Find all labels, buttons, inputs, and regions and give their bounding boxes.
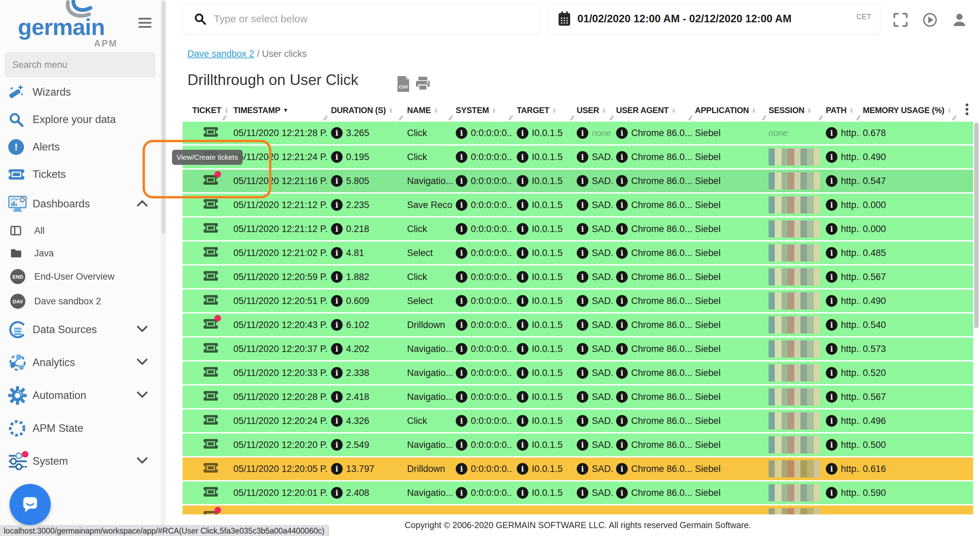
info-icon[interactable]: i bbox=[456, 127, 468, 139]
sidebar-item-dave-sandbox-2[interactable]: DAVDave sandbox 2 bbox=[0, 290, 161, 313]
table-row[interactable]: 05/11/2020 12:20:20 P...i2.549Navigatio.… bbox=[183, 434, 973, 456]
table-row[interactable]: 05/11/2020 12:20:43 P...i6.102Drilldowni… bbox=[183, 313, 973, 336]
info-icon[interactable]: i bbox=[826, 439, 837, 451]
table-row[interactable]: 05/11/2020 12:20:37 P...i4.202Navigatio.… bbox=[183, 337, 973, 360]
info-icon[interactable]: i bbox=[517, 127, 528, 139]
info-icon[interactable]: i bbox=[517, 415, 528, 427]
info-icon[interactable]: i bbox=[616, 487, 628, 499]
sidebar-item-analytics[interactable]: Analytics bbox=[0, 348, 161, 377]
session-thumbnail[interactable] bbox=[768, 220, 820, 237]
info-icon[interactable]: i bbox=[826, 199, 837, 211]
chevron-down-icon[interactable] bbox=[136, 358, 148, 367]
fullscreen-icon[interactable] bbox=[893, 12, 908, 29]
info-icon[interactable]: i bbox=[616, 247, 628, 259]
info-icon[interactable]: i bbox=[826, 463, 837, 475]
session-thumbnail[interactable] bbox=[768, 484, 820, 501]
ticket-icon[interactable] bbox=[203, 270, 218, 284]
info-icon[interactable]: i bbox=[456, 295, 468, 307]
info-icon[interactable]: i bbox=[616, 295, 628, 307]
info-icon[interactable]: i bbox=[577, 127, 589, 139]
column-header-system[interactable]: SYSTEM▲▼∕∕ bbox=[452, 102, 512, 119]
sort-carets-icon[interactable]: ▲▼ bbox=[807, 107, 812, 113]
info-icon[interactable]: i bbox=[517, 151, 528, 163]
ticket-icon[interactable] bbox=[203, 342, 218, 356]
info-icon[interactable]: i bbox=[577, 463, 589, 475]
table-row[interactable]: 05/11/2020 12:20:59 P...i1.882Clicki0:0:… bbox=[183, 266, 973, 288]
session-thumbnail[interactable] bbox=[768, 412, 820, 429]
info-icon[interactable]: i bbox=[826, 247, 837, 259]
info-icon[interactable]: i bbox=[517, 487, 528, 499]
table-row[interactable]: 05/11/2020 12:21:12 P...i0.218Clicki0:0:… bbox=[183, 218, 973, 240]
table-row[interactable]: 05/11/2020 12:21:02 P...i4.81Selecti0:0:… bbox=[183, 242, 973, 264]
session-thumbnail[interactable] bbox=[768, 508, 820, 514]
global-search-input[interactable] bbox=[213, 4, 530, 34]
print-icon[interactable] bbox=[415, 77, 430, 92]
info-icon[interactable]: i bbox=[456, 175, 468, 187]
info-icon[interactable]: i bbox=[577, 295, 589, 307]
info-icon[interactable]: i bbox=[826, 223, 837, 235]
ticket-icon[interactable] bbox=[203, 510, 218, 515]
table-row[interactable]: 05/11/2020 12:21:24 P...i0.195Clicki0:0:… bbox=[183, 146, 973, 168]
info-icon[interactable]: i bbox=[517, 343, 528, 355]
session-thumbnail[interactable] bbox=[768, 292, 820, 310]
ticket-icon[interactable] bbox=[203, 438, 218, 452]
session-thumbnail[interactable] bbox=[768, 196, 820, 213]
info-icon[interactable]: i bbox=[517, 463, 528, 475]
info-icon[interactable]: i bbox=[517, 271, 528, 283]
session-thumbnail[interactable] bbox=[768, 364, 820, 382]
info-icon[interactable]: i bbox=[331, 415, 343, 427]
info-icon[interactable]: i bbox=[456, 151, 468, 163]
session-thumbnail[interactable] bbox=[768, 268, 820, 285]
sidebar-item-dashboards[interactable]: Dashboards bbox=[0, 189, 161, 218]
session-thumbnail[interactable] bbox=[768, 244, 820, 261]
table-row[interactable]: 05/11/2020 12:20:51 P...i0.609Selecti0:0… bbox=[183, 289, 973, 312]
sort-carets-icon[interactable]: ▲▼ bbox=[492, 107, 496, 113]
date-range-picker[interactable]: 01/02/2020 12:00 AM - 02/12/2020 12:00 A… bbox=[547, 3, 880, 34]
info-icon[interactable]: i bbox=[826, 415, 837, 427]
sidebar-item-java[interactable]: Java bbox=[0, 242, 161, 264]
session-thumbnail[interactable] bbox=[768, 172, 820, 189]
csv-export-icon[interactable]: CSV bbox=[397, 76, 410, 93]
info-icon[interactable]: i bbox=[331, 439, 343, 451]
sidebar-item-tickets[interactable]: Tickets bbox=[0, 160, 161, 189]
info-icon[interactable]: i bbox=[331, 175, 343, 187]
table-row[interactable]: 05/11/2020 12:21:28 P...i3.265Clicki0:0:… bbox=[183, 122, 973, 144]
info-icon[interactable]: i bbox=[616, 151, 628, 163]
info-icon[interactable]: i bbox=[577, 367, 589, 379]
sort-carets-icon[interactable]: ▲▼ bbox=[671, 107, 676, 113]
table-row[interactable]: 05/11/2020 12:20:28 P...i2.418Navigatio.… bbox=[183, 386, 973, 408]
info-icon[interactable]: i bbox=[456, 439, 468, 451]
kebab-menu-icon[interactable] bbox=[966, 103, 968, 115]
info-icon[interactable]: i bbox=[456, 487, 468, 499]
info-icon[interactable]: i bbox=[616, 415, 628, 427]
column-header-name[interactable]: NAME▲▼∕∕ bbox=[402, 102, 452, 119]
info-icon[interactable]: i bbox=[456, 391, 468, 403]
session-thumbnail[interactable] bbox=[768, 460, 820, 477]
info-icon[interactable]: i bbox=[331, 127, 343, 139]
sidebar-item-all[interactable]: All bbox=[0, 219, 161, 242]
table-row[interactable]: 05/11/2020 12:20:33 P...i2.338Navigatio.… bbox=[183, 361, 973, 384]
info-icon[interactable]: i bbox=[577, 271, 589, 283]
info-icon[interactable]: i bbox=[517, 319, 528, 331]
info-icon[interactable]: i bbox=[826, 367, 837, 379]
session-thumbnail[interactable] bbox=[768, 148, 820, 165]
info-icon[interactable]: i bbox=[456, 415, 468, 427]
info-icon[interactable]: i bbox=[826, 127, 837, 139]
info-icon[interactable]: i bbox=[616, 391, 628, 403]
info-icon[interactable]: i bbox=[826, 271, 837, 283]
info-icon[interactable]: i bbox=[826, 343, 837, 355]
column-header-target[interactable]: TARGET▲▼∕∕ bbox=[512, 102, 574, 119]
info-icon[interactable]: i bbox=[456, 367, 468, 379]
column-header-user-agent[interactable]: USER AGENT▲▼∕∕ bbox=[613, 102, 692, 119]
chat-button[interactable] bbox=[10, 484, 51, 525]
sidebar-item-automation[interactable]: Automation bbox=[0, 381, 161, 410]
ticket-icon[interactable] bbox=[203, 126, 218, 140]
column-header-duration-s-[interactable]: DURATION (S)▲▼∕∕ bbox=[327, 102, 402, 119]
info-icon[interactable]: i bbox=[517, 175, 528, 187]
play-icon[interactable] bbox=[923, 12, 937, 29]
user-icon[interactable] bbox=[952, 12, 967, 29]
info-icon[interactable]: i bbox=[331, 199, 343, 211]
info-icon[interactable]: i bbox=[826, 175, 837, 187]
table-row[interactable]: 05/11/2020 12:21:12 P...i2.235Save Reco.… bbox=[183, 194, 973, 216]
ticket-icon[interactable] bbox=[203, 462, 218, 476]
